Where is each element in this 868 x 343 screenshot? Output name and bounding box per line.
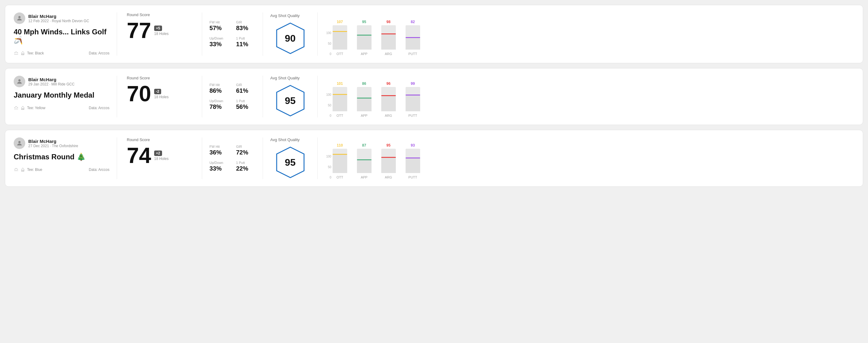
bar-container [333,87,347,111]
user-info: Blair McHarg12 Feb 2022 · Royal North De… [28,14,89,23]
stat-gir-label: GIR [236,83,256,87]
chart-section: 100500110OTT87APP95ARG93PUTT [318,137,854,179]
stats-section: FW Hit57%GIR83%Up/Down33%1 Putt11% [202,12,263,56]
bar-container [381,149,396,173]
user-info: Blair McHarg27 Dec 2021 · The Oxfordshir… [28,139,78,148]
svg-point-2 [18,80,20,82]
bar-top-value: 82 [411,20,415,24]
score-label: Round Score [127,137,192,142]
quality-label: Avg Shot Quality [270,137,300,142]
bottom-meta: Tee: Blue Data: Arccos [14,167,110,172]
bar-line [357,35,372,36]
bar-fill [406,158,420,173]
stats-grid: FW Hit86%GIR61%Up/Down78%1 Putt56% [210,83,255,111]
bar-container [406,25,420,50]
data-source: Data: Arccos [89,51,110,55]
round-card-3: Blair McHarg27 Dec 2021 · The Oxfordshir… [5,130,863,187]
score-badge: +2 [154,151,162,156]
quality-section: Avg Shot Quality 95 [263,137,318,179]
score-badge: +5 [154,26,162,31]
bar-top-value: 107 [337,20,343,24]
user-date: 12 Feb 2022 · Royal North Devon GC [28,19,89,23]
holes-label: 18 Holes [154,32,168,36]
stat-fw-hit-label: FW Hit [210,20,229,24]
y-axis-label: 100 [326,155,331,158]
bar-top-value: 99 [411,82,415,86]
y-axis-label: 100 [326,93,331,96]
stat-updown-label: Up/Down [210,161,229,164]
score-row: 70-218 Holes [127,83,192,104]
bar-top-value: 110 [337,143,343,148]
bar-chart: 107OTT95APP98ARG82PUTT [333,19,420,56]
bar-container [333,149,347,173]
bar-group-arg: 96ARG [381,82,396,117]
bar-line [381,33,396,34]
score-section: Round Score77+518 Holes [117,12,202,56]
bar-container [357,25,372,50]
bar-top-value: 93 [411,143,415,148]
quality-section: Avg Shot Quality 95 [263,76,318,117]
y-axis-label: 50 [326,104,331,107]
stat-fw-hit: FW Hit57% [210,20,229,32]
quality-score: 90 [285,33,296,44]
bar-line [333,31,347,32]
stat-oneputt: 1 Putt56% [236,99,256,111]
bar-group-app: 95APP [357,20,372,56]
bar-top-value: 86 [362,82,366,86]
bar-line [406,37,420,38]
round-title: January Monthly Medal [14,91,110,99]
user-row: Blair McHarg27 Dec 2021 · The Oxfordshir… [14,137,110,149]
user-date: 29 Jan 2022 · Mill Ride GCC [28,82,74,86]
stat-oneputt-label: 1 Putt [236,99,256,103]
left-section: Blair McHarg12 Feb 2022 · Royal North De… [14,12,117,56]
bar-group-app: 87APP [357,143,372,179]
user-name: Blair McHarg [28,139,78,144]
bar-container [381,87,396,111]
stat-gir-label: GIR [236,145,256,148]
user-info: Blair McHarg29 Jan 2022 · Mill Ride GCC [28,77,74,86]
quality-label: Avg Shot Quality [270,13,300,18]
bar-line [381,157,396,158]
score-badge: -2 [154,89,161,94]
weather-icon [14,167,19,172]
bar-top-value: 95 [386,143,391,148]
bar-top-value: 95 [362,20,366,24]
bar-chart: 101OTT86APP96ARG99PUTT [333,81,420,117]
stat-oneputt-value: 11% [236,41,256,48]
left-section: Blair McHarg29 Jan 2022 · Mill Ride GCCJ… [14,76,117,117]
stat-gir: GIR61% [236,83,256,94]
y-axis-label: 0 [326,114,331,117]
bar-fill [406,95,420,111]
stat-fw-hit-value: 86% [210,87,229,94]
stat-fw-hit-label: FW Hit [210,83,229,87]
bar-container [381,25,396,50]
bar-container [406,149,420,173]
bar-line [357,98,372,98]
bar-label: OTT [337,176,343,179]
svg-point-0 [18,16,20,18]
round-card-2: Blair McHarg29 Jan 2022 · Mill Ride GCCJ… [5,68,863,125]
stat-fw-hit-label: FW Hit [210,145,229,148]
score-meta: +518 Holes [154,25,168,36]
round-card-1: Blair McHarg12 Feb 2022 · Royal North De… [5,5,863,63]
bar-top-value: 98 [386,20,391,24]
stat-oneputt: 1 Putt11% [236,36,256,48]
stat-gir-label: GIR [236,20,256,24]
y-axis-label: 100 [326,31,331,35]
hexagon-wrap: 95 [275,146,306,179]
quality-score: 95 [285,95,296,106]
score-label: Round Score [127,12,192,17]
score-section: Round Score74+218 Holes [117,137,202,179]
bag-icon [20,167,25,172]
stat-oneputt-label: 1 Putt [236,161,256,164]
stat-updown: Up/Down78% [210,99,229,111]
bar-line [333,94,347,95]
stats-grid: FW Hit36%GIR72%Up/Down33%1 Putt22% [210,145,255,172]
bar-group-app: 86APP [357,82,372,117]
score-meta: -218 Holes [154,89,168,99]
bar-group-ott: 107OTT [333,20,347,56]
round-title: 40 Mph Winds... Links Golf 🪃 [14,28,110,45]
stat-oneputt-value: 56% [236,103,256,111]
data-source: Data: Arccos [89,167,110,172]
bar-container [357,87,372,111]
